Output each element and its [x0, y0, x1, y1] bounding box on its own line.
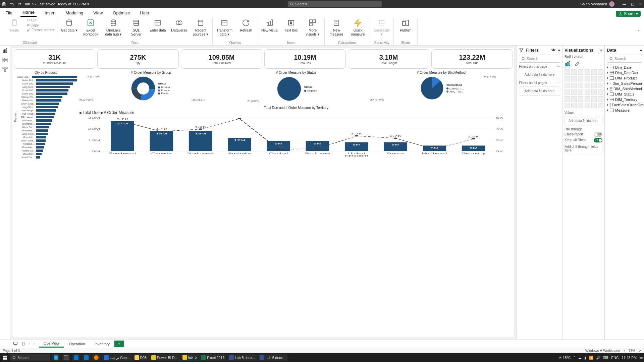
tab-help[interactable]: Help [138, 9, 151, 17]
weather-widget[interactable]: ☀ 15°C [558, 356, 571, 360]
start-button[interactable] [1, 354, 9, 361]
refresh-button[interactable]: Refresh [237, 18, 255, 32]
viz-type-icon[interactable] [591, 69, 597, 75]
field-table[interactable]: Measure [607, 108, 642, 113]
table-view-icon[interactable] [2, 57, 8, 63]
account-button[interactable]: Saleh Mohamed [580, 1, 614, 7]
viz-type-icon[interactable] [591, 76, 597, 81]
wifi-icon[interactable]: 📶 [589, 356, 593, 360]
onelake-button[interactable]: OneLake data hub ▾ [103, 18, 124, 36]
maximize-icon[interactable]: ▢ [631, 2, 634, 6]
prev-page-icon[interactable]: ‹ [29, 341, 30, 347]
collapse-ribbon-icon[interactable]: ⌃ [636, 18, 641, 45]
viz-type-icon[interactable] [571, 96, 577, 102]
viz-type-icon[interactable] [578, 76, 583, 81]
bar-row[interactable]: Sport-100... [17, 92, 77, 95]
redo-icon[interactable] [17, 2, 22, 6]
viz-type-icon[interactable] [578, 103, 583, 108]
chart-order-by-group[interactable]: # Order Measure by Group 7K (21.75%) 9K … [79, 70, 223, 103]
viz-type-icon[interactable] [598, 103, 603, 108]
viz-type-icon[interactable] [585, 103, 590, 108]
page-tab-inventory[interactable]: Inventory [90, 341, 114, 347]
tab-view[interactable]: View [91, 9, 105, 17]
close-icon[interactable]: ✕ [639, 2, 642, 6]
bar-row[interactable]: Short-Slee... [17, 102, 77, 105]
taskbar-app[interactable]: Excel 2016 [199, 354, 226, 361]
field-table[interactable]: Dim_SalesPerson [607, 81, 642, 86]
quick-measure-button[interactable]: Quick measure [349, 18, 367, 36]
viz-type-icon[interactable] [578, 83, 583, 88]
taskbar-calendar[interactable] [82, 354, 91, 361]
more-visuals-button[interactable]: More visuals ▾ [304, 18, 322, 36]
values-dropzone[interactable]: Add data fields here [565, 116, 602, 125]
sql-button[interactable]: SQL Server [127, 18, 145, 36]
viz-type-icon[interactable] [591, 96, 597, 102]
build-tab-icon[interactable] [565, 60, 571, 67]
bar-row[interactable]: Water Bot... [17, 78, 77, 82]
keyboard-icon[interactable]: ⌨ [603, 356, 608, 360]
cloud-icon[interactable]: ☁ [578, 356, 582, 360]
fit-page-icon[interactable]: ⤢ [639, 349, 641, 353]
card-due[interactable]: 123.22MTotal Due [431, 49, 513, 69]
eye-icon[interactable]: 👁 [551, 48, 556, 53]
notifications-icon[interactable]: ▭ [639, 356, 643, 360]
tab-home[interactable]: Home [20, 8, 37, 17]
taskbar-mail[interactable] [72, 354, 80, 361]
viz-type-icon[interactable] [598, 69, 603, 75]
filters-search[interactable]: Search [519, 55, 560, 63]
chart-order-by-status[interactable]: # Order Measure by Status 2K (100%) Stat… [225, 70, 368, 103]
viz-type-icon[interactable] [591, 83, 597, 88]
taskbar-search[interactable]: Search [10, 354, 50, 361]
viz-type-icon[interactable] [598, 89, 603, 95]
field-table[interactable]: FactSalesOrderDetail [607, 102, 642, 108]
zoom-level[interactable]: 73% [629, 349, 635, 353]
viz-type-icon[interactable] [565, 96, 570, 102]
collapse-icon[interactable]: » [558, 48, 560, 53]
chevron-down-icon[interactable]: ▾ [87, 2, 89, 6]
desktop-layout-icon[interactable] [13, 341, 18, 347]
drill-dropzone[interactable]: Add drill-through fields here [565, 144, 602, 153]
bar-row[interactable]: AWC Logo... [17, 75, 77, 78]
model-view-icon[interactable] [2, 66, 8, 72]
tab-file[interactable]: File [3, 9, 14, 17]
tray-chevron-icon[interactable]: ˄ [573, 356, 575, 360]
enter-data-button[interactable]: Enter data [149, 18, 167, 32]
report-view-icon[interactable] [2, 48, 8, 54]
card-freight[interactable]: 3.18MTotal Freight [348, 49, 429, 69]
card-qty[interactable]: 275KQty [97, 49, 179, 69]
taskbar-app[interactable]: ترجمة Goo... [102, 354, 132, 361]
viz-type-icon[interactable] [598, 83, 603, 88]
recent-sources-button[interactable]: Recent sources ▾ [192, 18, 210, 36]
mobile-layout-icon[interactable] [21, 341, 25, 347]
new-measure-button[interactable]: New measure [327, 18, 345, 36]
taskbar-app[interactable]: Lab 6.docx... [258, 354, 287, 361]
card-order-measure[interactable]: 31K# Order Measure [14, 49, 95, 69]
page-tab-operation[interactable]: Operation [64, 341, 90, 347]
minimize-icon[interactable]: — [623, 2, 626, 6]
bar-row[interactable]: Sport-100... [17, 88, 77, 92]
viz-type-icon[interactable] [598, 96, 603, 102]
next-page-icon[interactable]: › [34, 341, 35, 347]
bar-row[interactable]: Sport-100... [17, 82, 77, 85]
taskbar-firefox[interactable] [92, 354, 101, 361]
viz-type-icon[interactable] [571, 103, 577, 108]
viz-type-icon[interactable] [565, 76, 570, 81]
viz-type-icon[interactable] [565, 69, 570, 75]
viz-type-icon[interactable] [578, 69, 583, 75]
viz-type-icon[interactable] [591, 103, 597, 108]
save-icon[interactable] [2, 2, 6, 6]
viz-type-icon[interactable] [578, 89, 583, 95]
transform-data-button[interactable]: Transform data ▾ [215, 18, 233, 36]
viz-type-icon[interactable] [565, 83, 570, 88]
tab-modeling[interactable]: Modeling [64, 9, 86, 17]
publish-button[interactable]: Publish [396, 18, 415, 32]
card-tax[interactable]: 10.19MTotal Tax [264, 49, 346, 69]
more-icon[interactable]: ⋯ [557, 65, 560, 68]
data-search[interactable]: Search [607, 55, 642, 63]
excel-button[interactable]: Excel workbook [82, 18, 100, 36]
cross-report-toggle[interactable]: Off [594, 132, 602, 137]
viz-type-icon[interactable] [578, 96, 583, 102]
chart-order-by-shipmethod[interactable]: # Order Measure by ShipMethod 4K (12.1%)… [370, 70, 513, 103]
viz-type-icon[interactable] [571, 89, 577, 95]
document-title[interactable]: lab_5 • Last saved: Today at 7:05 PM [25, 2, 86, 6]
